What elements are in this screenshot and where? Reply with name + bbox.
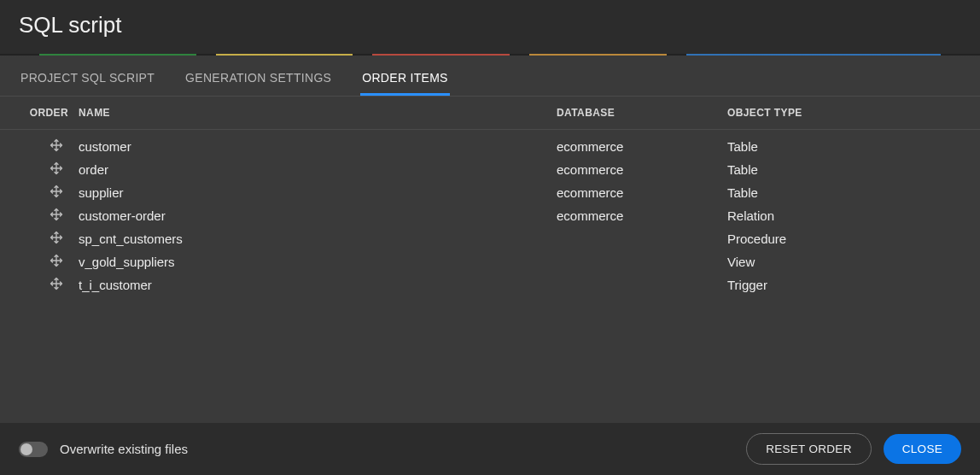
table-body: customerecommerceTableorderecommerceTabl… bbox=[0, 130, 980, 302]
move-icon[interactable] bbox=[50, 254, 63, 270]
table-row[interactable]: customer-orderecommerceRelation bbox=[0, 204, 980, 227]
reset-order-button[interactable]: RESET ORDER bbox=[746, 433, 872, 465]
table-row[interactable]: t_i_customerTrigger bbox=[0, 273, 980, 296]
header-name: NAME bbox=[79, 107, 557, 119]
cell-name: t_i_customer bbox=[79, 278, 557, 292]
table-row[interactable]: supplierecommerceTable bbox=[0, 181, 980, 204]
cell-name: v_gold_suppliers bbox=[79, 255, 557, 269]
sql-script-dialog: SQL script PROJECT SQL SCRIPT GENERATION… bbox=[0, 0, 980, 475]
toggle-knob bbox=[20, 443, 32, 455]
titlebar: SQL script bbox=[0, 0, 980, 54]
table-row[interactable]: sp_cnt_customersProcedure bbox=[0, 227, 980, 250]
move-icon[interactable] bbox=[50, 277, 63, 293]
cell-name: customer-order bbox=[79, 208, 557, 223]
cell-object-type: Table bbox=[727, 185, 961, 200]
cell-object-type: View bbox=[727, 255, 961, 269]
move-icon[interactable] bbox=[50, 208, 63, 224]
move-icon[interactable] bbox=[50, 231, 63, 247]
content-area: ORDER NAME DATABASE OBJECT TYPE customer… bbox=[0, 97, 980, 423]
header-database: DATABASE bbox=[557, 107, 727, 119]
close-button[interactable]: CLOSE bbox=[884, 434, 961, 464]
cell-object-type: Table bbox=[727, 139, 961, 154]
table-header: ORDER NAME DATABASE OBJECT TYPE bbox=[0, 97, 980, 130]
cell-database: ecommerce bbox=[557, 162, 727, 177]
cell-name: sp_cnt_customers bbox=[79, 232, 557, 246]
accent-line bbox=[0, 54, 980, 56]
move-icon[interactable] bbox=[50, 161, 63, 178]
dialog-title: SQL script bbox=[19, 12, 961, 38]
cell-object-type: Procedure bbox=[727, 232, 961, 246]
cell-name: supplier bbox=[79, 185, 557, 200]
table-row[interactable]: v_gold_suppliersView bbox=[0, 250, 980, 273]
header-order: ORDER bbox=[19, 107, 79, 119]
footer: Overwrite existing files RESET ORDER CLO… bbox=[0, 423, 980, 475]
table-row[interactable]: orderecommerceTable bbox=[0, 158, 980, 181]
cell-name: customer bbox=[79, 139, 557, 154]
cell-database: ecommerce bbox=[557, 139, 727, 154]
header-object-type: OBJECT TYPE bbox=[727, 107, 961, 119]
overwrite-label: Overwrite existing files bbox=[60, 442, 734, 456]
cell-database: ecommerce bbox=[557, 208, 727, 223]
move-icon[interactable] bbox=[50, 185, 63, 201]
cell-database: ecommerce bbox=[557, 185, 727, 200]
overwrite-toggle[interactable] bbox=[19, 442, 48, 457]
cell-name: order bbox=[79, 162, 557, 177]
cell-object-type: Relation bbox=[727, 208, 961, 223]
move-icon[interactable] bbox=[50, 138, 63, 155]
tab-generation-settings[interactable]: GENERATION SETTINGS bbox=[184, 66, 333, 96]
cell-object-type: Table bbox=[727, 162, 961, 177]
tab-bar: PROJECT SQL SCRIPT GENERATION SETTINGS O… bbox=[0, 56, 980, 97]
tab-project-sql-script[interactable]: PROJECT SQL SCRIPT bbox=[19, 66, 156, 96]
tab-order-items[interactable]: ORDER ITEMS bbox=[360, 66, 450, 96]
cell-object-type: Trigger bbox=[727, 278, 961, 292]
table-row[interactable]: customerecommerceTable bbox=[0, 135, 980, 158]
